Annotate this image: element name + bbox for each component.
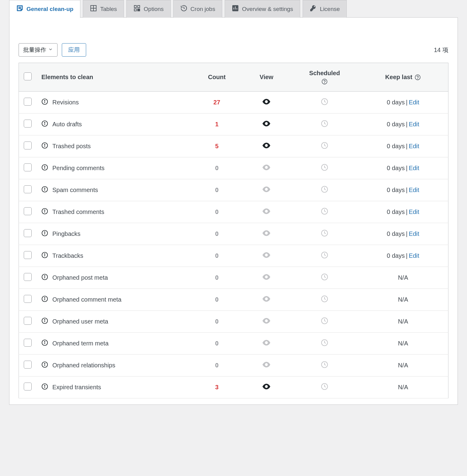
- clock-icon[interactable]: [321, 231, 328, 238]
- svg-point-10: [415, 75, 420, 80]
- row-checkbox[interactable]: [24, 185, 32, 193]
- info-icon[interactable]: [41, 164, 48, 172]
- clock-icon[interactable]: [321, 100, 328, 107]
- info-icon[interactable]: [41, 142, 48, 150]
- row-checkbox[interactable]: [24, 273, 32, 281]
- element-name: Orphaned user meta: [52, 318, 108, 325]
- info-icon[interactable]: [41, 120, 48, 128]
- header-checkbox-cell: [19, 63, 37, 92]
- keep-days: 0 days: [387, 121, 405, 128]
- clock-icon[interactable]: [321, 385, 328, 391]
- element-name: Pending comments: [52, 165, 104, 172]
- tab-cron-jobs[interactable]: Cron jobs: [173, 0, 222, 18]
- clock-icon[interactable]: [321, 297, 328, 304]
- row-checkbox[interactable]: [24, 383, 32, 390]
- row-checkbox[interactable]: [24, 361, 32, 369]
- overview-icon: [232, 5, 239, 13]
- svg-point-49: [44, 297, 45, 298]
- table-row: Revisions270 days|Edit: [19, 92, 448, 114]
- keep-na: N/A: [398, 384, 408, 390]
- row-checkbox[interactable]: [24, 120, 32, 128]
- tab-license[interactable]: License: [303, 0, 347, 18]
- header-count[interactable]: Count: [192, 63, 242, 92]
- tab-overview-settings[interactable]: Overview & settings: [225, 0, 300, 18]
- row-checkbox[interactable]: [24, 251, 32, 259]
- info-icon[interactable]: [41, 361, 48, 369]
- header-elements[interactable]: Elements to clean: [37, 63, 192, 92]
- header-keep-last[interactable]: Keep last: [358, 63, 448, 92]
- clock-icon[interactable]: [321, 122, 328, 128]
- eye-icon[interactable]: [262, 99, 271, 106]
- separator: |: [406, 187, 407, 193]
- info-icon[interactable]: [41, 230, 48, 238]
- clock-icon[interactable]: [321, 363, 328, 369]
- bulk-action-label: 批量操作: [23, 46, 46, 54]
- header-scheduled-label: Scheduled: [309, 70, 340, 77]
- info-icon[interactable]: [41, 98, 48, 107]
- edit-link[interactable]: Edit: [409, 99, 419, 106]
- row-checkbox[interactable]: [24, 295, 32, 303]
- eye-icon[interactable]: [262, 384, 271, 391]
- tab-general-clean-up[interactable]: General clean-up: [9, 0, 80, 18]
- tab-tables[interactable]: Tables: [83, 0, 124, 18]
- edit-link[interactable]: Edit: [409, 143, 419, 149]
- keep-na: N/A: [398, 340, 408, 347]
- bulk-action-select[interactable]: 批量操作: [19, 43, 58, 57]
- edit-link[interactable]: Edit: [409, 121, 419, 128]
- tab-label: Cron jobs: [191, 6, 215, 12]
- clock-icon[interactable]: [321, 275, 328, 282]
- svg-point-11: [418, 78, 418, 79]
- clock-icon[interactable]: [321, 187, 328, 194]
- tab-label: General clean-up: [26, 6, 73, 12]
- header-scheduled[interactable]: Scheduled: [291, 63, 358, 92]
- table-row: Auto drafts10 days|Edit: [19, 114, 448, 135]
- row-checkbox[interactable]: [24, 229, 32, 237]
- edit-link[interactable]: Edit: [409, 252, 419, 259]
- row-checkbox[interactable]: [24, 317, 32, 325]
- eye-icon: [262, 165, 271, 172]
- select-all-checkbox[interactable]: [24, 72, 32, 80]
- eye-icon[interactable]: [262, 121, 271, 128]
- separator: |: [406, 165, 407, 171]
- info-icon[interactable]: [41, 274, 48, 282]
- separator: |: [406, 230, 407, 237]
- help-icon[interactable]: [415, 74, 421, 80]
- row-checkbox[interactable]: [24, 339, 32, 347]
- element-name: Spam comments: [52, 187, 98, 194]
- info-icon[interactable]: [41, 339, 48, 348]
- help-icon[interactable]: [321, 79, 328, 85]
- info-icon[interactable]: [41, 252, 48, 260]
- table-row: Orphaned comment meta0N/A: [19, 289, 448, 311]
- clock-icon[interactable]: [321, 209, 328, 216]
- table-row: Trashed comments00 days|Edit: [19, 201, 448, 223]
- edit-link[interactable]: Edit: [409, 208, 419, 215]
- info-icon[interactable]: [41, 296, 48, 304]
- svg-point-29: [44, 188, 45, 188]
- clock-icon[interactable]: [321, 319, 328, 326]
- header-view[interactable]: View: [242, 63, 291, 92]
- element-name: Revisions: [52, 99, 79, 106]
- edit-link[interactable]: Edit: [409, 230, 419, 237]
- eye-icon[interactable]: [262, 143, 271, 150]
- keep-na: N/A: [398, 296, 408, 303]
- info-icon[interactable]: [41, 317, 48, 326]
- row-checkbox[interactable]: [24, 207, 32, 215]
- edit-link[interactable]: Edit: [409, 165, 419, 171]
- element-name: Orphaned post meta: [52, 274, 108, 281]
- info-icon[interactable]: [41, 186, 48, 194]
- table-row: Expired transients3N/A: [19, 376, 448, 398]
- info-icon[interactable]: [41, 383, 48, 391]
- clock-icon[interactable]: [321, 166, 328, 172]
- info-icon[interactable]: [41, 208, 48, 216]
- row-checkbox[interactable]: [24, 163, 32, 171]
- element-name: Trashed posts: [52, 143, 91, 150]
- clock-icon[interactable]: [321, 144, 328, 150]
- separator: |: [406, 252, 407, 259]
- clock-icon[interactable]: [321, 253, 328, 260]
- edit-link[interactable]: Edit: [409, 187, 419, 193]
- tab-options[interactable]: Options: [126, 0, 170, 18]
- clock-icon[interactable]: [321, 341, 328, 348]
- row-checkbox[interactable]: [24, 142, 32, 149]
- row-checkbox[interactable]: [24, 98, 32, 106]
- apply-button[interactable]: 应用: [62, 43, 86, 57]
